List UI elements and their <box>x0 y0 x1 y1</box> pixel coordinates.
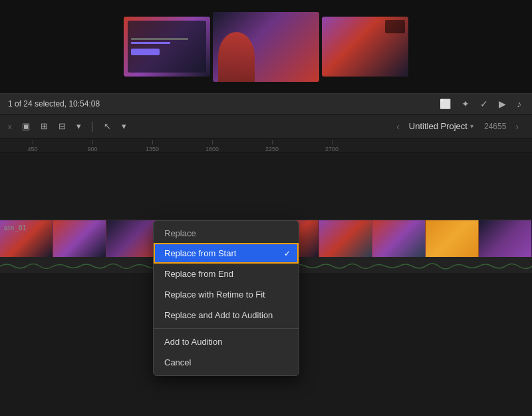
thumbnail-main <box>213 12 319 82</box>
selection-status: 1 of 24 selected, 10:54:08 <box>8 99 100 108</box>
frame-icon[interactable]: ⬜ <box>437 97 454 110</box>
menu-item-replace-header: Replace <box>154 224 299 243</box>
status-icons: ⬜ ✦ ✓ ▶ ♪ <box>437 97 524 110</box>
ruler-mark-2700: 2700 <box>302 140 362 152</box>
ruler-tick <box>92 140 93 144</box>
menu-item-replace-retime[interactable]: Replace with Retime to Fit <box>154 284 299 305</box>
status-bar: 1 of 24 selected, 10:54:08 ⬜ ✦ ✓ ▶ ♪ <box>0 93 532 114</box>
clip-7 <box>319 220 372 257</box>
monitor-icon-2[interactable]: ⊞ <box>37 119 51 133</box>
clip-10 <box>479 220 532 257</box>
checkmark-icon[interactable]: ✓ <box>477 97 491 110</box>
toolbar-left: x ▣ ⊞ ⊟ ▾ | ↖ ▾ <box>5 119 388 133</box>
speaker-icon[interactable]: ♪ <box>514 97 524 110</box>
project-title: Untitled Project <box>409 121 467 131</box>
play-icon[interactable]: ▶ <box>496 97 509 110</box>
ruler-mark-900: 900 <box>63 140 122 152</box>
separator: | <box>88 120 96 132</box>
ruler-tick <box>272 140 273 144</box>
nav-left-arrow[interactable]: ‹ <box>392 120 404 133</box>
context-menu: Replace Replace from Start ✓ Replace fro… <box>153 220 299 376</box>
ruler-mark-2250: 2250 <box>242 140 302 152</box>
project-counter: 24655 <box>484 122 506 131</box>
timeline-ruler: 450 900 1350 1800 2250 2700 <box>0 138 532 153</box>
clip-3 <box>106 220 160 257</box>
menu-item-replace-from-end[interactable]: Replace from End <box>154 264 299 284</box>
ruler-markers: 450 900 1350 1800 2250 2700 <box>0 138 532 152</box>
checkmark-icon: ✓ <box>284 249 291 258</box>
nav-right-arrow[interactable]: › <box>511 120 523 133</box>
clip-9 <box>426 220 479 257</box>
thumbnail-left <box>124 17 210 77</box>
toolbar-row: x ▣ ⊞ ⊟ ▾ | ↖ ▾ ‹ Untitled Project ▾ 246… <box>0 114 532 138</box>
ruler-mark-1800: 1800 <box>182 140 242 152</box>
menu-item-add-audition[interactable]: Add to Audition <box>154 331 299 352</box>
track-label: ain_01 <box>4 224 27 232</box>
chevron-icon[interactable]: ▾ <box>118 119 130 133</box>
x-label: x <box>5 122 15 130</box>
menu-item-replace-from-start[interactable]: Replace from Start ✓ <box>154 243 299 264</box>
ruler-tick <box>332 140 332 144</box>
ruler-tick <box>212 140 213 144</box>
ruler-tick <box>152 140 153 144</box>
preview-thumbnails <box>124 10 408 83</box>
cursor-icon[interactable]: ↖ <box>100 119 114 133</box>
menu-item-cancel[interactable]: Cancel <box>154 352 299 373</box>
thumbnail-right <box>322 17 408 77</box>
monitor-icon-3[interactable]: ⊟ <box>55 119 69 133</box>
menu-item-replace-audition[interactable]: Replace and Add to Audition <box>154 305 299 325</box>
title-dropdown-arrow: ▾ <box>470 122 473 130</box>
menu-divider <box>154 328 299 329</box>
toolbar-center: ‹ Untitled Project ▾ 24655 › <box>392 120 523 133</box>
clip-8 <box>372 220 426 257</box>
clip-2 <box>53 220 106 257</box>
transform-icon[interactable]: ✦ <box>459 97 472 110</box>
monitor-icon-1[interactable]: ▣ <box>19 119 33 133</box>
project-title-dropdown[interactable]: Untitled Project ▾ <box>409 121 473 131</box>
dropdown-icon[interactable]: ▾ <box>73 119 84 133</box>
ruler-mark-1350: 1350 <box>122 140 182 152</box>
preview-area <box>0 0 532 93</box>
ruler-mark-450: 450 <box>3 140 63 152</box>
ruler-tick <box>33 140 33 144</box>
